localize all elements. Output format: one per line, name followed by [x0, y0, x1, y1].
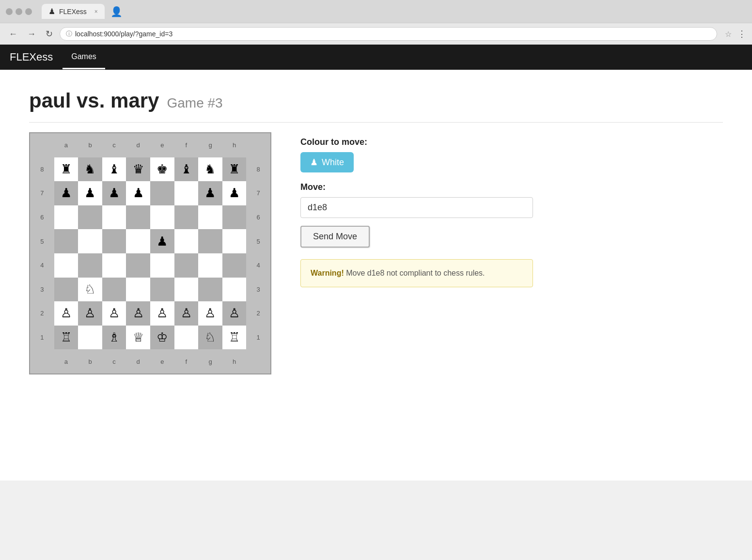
browser-title-bar: ♟ FLEXess × 👤: [0, 0, 752, 23]
chess-square[interactable]: ♞: [198, 157, 222, 182]
tab-close-button[interactable]: ×: [94, 8, 98, 15]
chess-square[interactable]: ♙: [78, 301, 102, 326]
refresh-button[interactable]: ↻: [43, 28, 56, 40]
nav-bar: FLEXess Games: [0, 45, 752, 70]
game-title: paul vs. mary Game #3: [29, 89, 723, 112]
chess-square[interactable]: [54, 229, 78, 253]
chess-square[interactable]: ♜: [222, 157, 247, 182]
tab-title: FLEXess: [59, 8, 87, 16]
chess-square[interactable]: [222, 229, 247, 253]
chess-square[interactable]: ♞: [78, 157, 102, 182]
user-piece-icon: ♟: [310, 157, 318, 168]
chess-square[interactable]: ♟: [102, 181, 126, 205]
chess-square[interactable]: ♙: [222, 301, 247, 326]
chess-square[interactable]: ♝: [102, 157, 126, 182]
chess-square[interactable]: [198, 278, 222, 302]
chess-square[interactable]: [78, 253, 102, 278]
chess-square[interactable]: ♙: [102, 301, 126, 326]
chess-square[interactable]: [54, 205, 78, 230]
chess-square[interactable]: ♙: [150, 301, 174, 326]
move-input[interactable]: [300, 197, 533, 218]
chess-square[interactable]: [150, 205, 174, 230]
chess-square[interactable]: ♙: [198, 301, 222, 326]
browser-toolbar: ← → ↻ ⓘ ☆ ⋮: [0, 23, 752, 45]
browser-tab[interactable]: ♟ FLEXess ×: [42, 4, 105, 19]
chess-board: abcdefgh8♜♞♝♛♚♝♞♜87♟♟♟♟♟♟7665♟5443♘32♙♙♙…: [29, 132, 271, 374]
colour-badge[interactable]: ♟ White: [300, 152, 354, 172]
chess-square[interactable]: [198, 229, 222, 253]
chess-square[interactable]: [222, 278, 247, 302]
browser-dots: [6, 8, 32, 15]
chess-square[interactable]: ♛: [126, 157, 150, 182]
chess-square[interactable]: ♔: [150, 326, 174, 350]
back-button[interactable]: ←: [6, 28, 20, 40]
chess-square[interactable]: [126, 229, 150, 253]
chess-square[interactable]: [54, 253, 78, 278]
maximize-dot[interactable]: [25, 8, 32, 15]
warning-message: Move d1e8 not compliant to chess rules.: [344, 269, 485, 277]
chess-square[interactable]: ♘: [78, 278, 102, 302]
chess-square[interactable]: [78, 205, 102, 230]
chess-square[interactable]: ♟: [198, 181, 222, 205]
move-label: Move:: [300, 182, 723, 192]
chess-square[interactable]: ♟: [126, 181, 150, 205]
chess-square[interactable]: ♜: [54, 157, 78, 182]
page-content: paul vs. mary Game #3 abcdefgh8♜♞♝♛♚♝♞♜8…: [0, 70, 752, 394]
chess-square[interactable]: [54, 278, 78, 302]
chess-square[interactable]: [198, 205, 222, 230]
chess-square[interactable]: [174, 253, 199, 278]
chess-square[interactable]: [222, 205, 247, 230]
chess-square[interactable]: [102, 278, 126, 302]
chess-square[interactable]: [174, 181, 199, 205]
chess-square[interactable]: ♕: [126, 326, 150, 350]
chess-square[interactable]: ♙: [126, 301, 150, 326]
chess-square[interactable]: [150, 181, 174, 205]
minimize-dot[interactable]: [16, 8, 22, 15]
chess-square[interactable]: [174, 326, 199, 350]
send-move-button[interactable]: Send Move: [300, 226, 370, 248]
chess-square[interactable]: [198, 253, 222, 278]
chess-square[interactable]: ♙: [54, 301, 78, 326]
chess-square[interactable]: [150, 278, 174, 302]
chess-square[interactable]: [78, 326, 102, 350]
chess-square[interactable]: ♟: [222, 181, 247, 205]
chess-square[interactable]: ♝: [174, 157, 199, 182]
chess-square[interactable]: ♖: [222, 326, 247, 350]
chess-square[interactable]: ♟: [150, 229, 174, 253]
chess-square[interactable]: [174, 205, 199, 230]
chess-square[interactable]: ♙: [174, 301, 199, 326]
chess-square[interactable]: ♟: [78, 181, 102, 205]
menu-icon[interactable]: ⋮: [737, 29, 746, 39]
url-input[interactable]: [75, 30, 711, 38]
chess-square[interactable]: [102, 253, 126, 278]
user-icon[interactable]: 👤: [110, 6, 123, 17]
colour-value: White: [322, 157, 344, 168]
chess-square[interactable]: [102, 205, 126, 230]
game-players: paul vs. mary: [29, 89, 159, 112]
nav-games-link[interactable]: Games: [63, 46, 105, 69]
chess-square[interactable]: [126, 205, 150, 230]
chess-square[interactable]: ♗: [102, 326, 126, 350]
bookmark-icon[interactable]: ☆: [725, 30, 732, 39]
chess-square[interactable]: [78, 229, 102, 253]
chess-square[interactable]: ♖: [54, 326, 78, 350]
divider: [29, 122, 723, 123]
chess-square[interactable]: [126, 253, 150, 278]
forward-button[interactable]: →: [24, 28, 39, 40]
chess-square[interactable]: [102, 229, 126, 253]
chess-square[interactable]: [150, 253, 174, 278]
tab-favicon: ♟: [48, 7, 55, 16]
chess-square[interactable]: [174, 278, 199, 302]
address-bar[interactable]: ⓘ: [60, 27, 717, 41]
chess-square[interactable]: ♚: [150, 157, 174, 182]
chess-square[interactable]: ♟: [54, 181, 78, 205]
nav-brand[interactable]: FLEXess: [10, 51, 53, 63]
chess-square[interactable]: [126, 278, 150, 302]
chess-square[interactable]: [174, 229, 199, 253]
app-container: FLEXess Games paul vs. mary Game #3 abcd…: [0, 45, 752, 481]
close-dot[interactable]: [6, 8, 13, 15]
chess-square[interactable]: ♘: [198, 326, 222, 350]
game-number: Game #3: [167, 95, 222, 111]
browser-chrome: ♟ FLEXess × 👤 ← → ↻ ⓘ ☆ ⋮: [0, 0, 752, 45]
chess-square[interactable]: [222, 253, 247, 278]
